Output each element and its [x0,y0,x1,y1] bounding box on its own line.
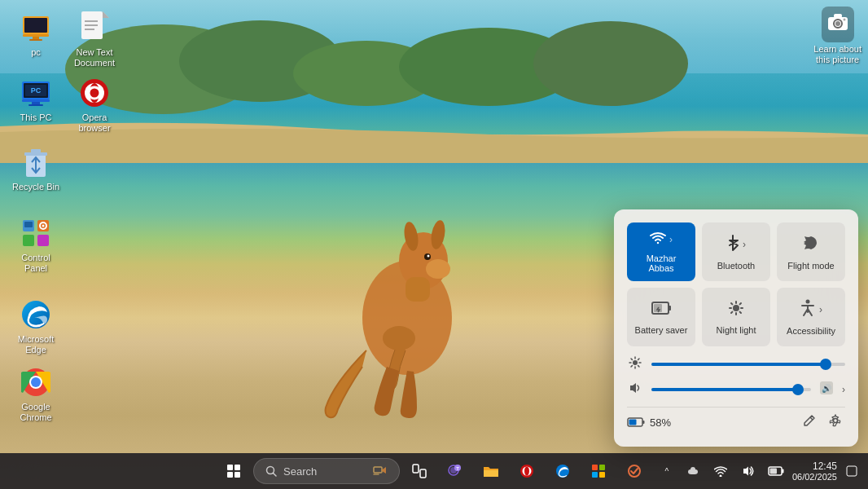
file-explorer-button[interactable] [475,455,507,487]
accessibility-arrow[interactable]: › [819,304,822,315]
desktop-icon-pc[interactable]: pc [7,8,65,61]
settings-btn[interactable] [826,411,845,434]
control-panel-icon [20,217,52,249]
bluetooth-label: Bluetooth [717,261,755,271]
volume-chevron[interactable]: › [842,384,845,395]
qs-tile-bluetooth[interactable]: › Bluetooth [702,222,770,281]
show-hidden-icons-btn[interactable]: ^ [657,455,677,487]
taskbar-center: Search [217,455,651,487]
svg-line-69 [731,311,732,312]
svg-rect-88 [235,465,240,470]
svg-line-78 [638,359,639,359]
accessibility-label: Accessibility [787,326,835,336]
svg-point-55 [835,21,840,26]
taskbar-right: ^ [657,455,861,487]
qs-tile-wifi[interactable]: › Mazhar Abbas [627,222,695,281]
svg-line-85 [810,417,813,420]
svg-text:PC: PC [31,86,42,95]
this-pc-icon: PC [20,77,52,109]
edge-label: Microsoft Edge [18,334,55,355]
new-text-doc-label: New Text Document [74,47,115,68]
brightness-slider-row [627,356,845,372]
chrome-icon [20,366,52,399]
desktop-icon-new-text-doc[interactable]: New Text Document [65,8,124,72]
taskbar-edge-button[interactable] [546,455,579,487]
svg-rect-59 [669,306,671,311]
svg-rect-90 [235,472,240,478]
search-placeholder: Search [283,465,317,478]
bluetooth-arrow[interactable]: › [743,239,746,250]
svg-point-49 [22,301,50,328]
learn-about-label: Learn about this picture [813,44,861,65]
desktop-icon-this-pc[interactable]: PC This PC [7,73,65,126]
svg-text:T: T [456,466,459,471]
volume-extra-btn[interactable]: 🔊 [819,381,834,399]
battery-percent: 58% [650,416,671,429]
flight-label: Flight mode [787,261,834,271]
svg-rect-56 [834,14,842,18]
svg-rect-108 [592,472,598,478]
svg-point-104 [524,467,529,476]
svg-rect-46 [24,222,33,227]
svg-rect-113 [782,469,784,474]
desktop-icon-recycle-bin[interactable]: Recycle Bin [7,143,65,196]
onedrive-tray-icon[interactable] [682,455,704,487]
volume-tray-icon[interactable] [737,455,760,487]
volume-slider-row: 🔊 › [627,381,845,399]
qs-tile-battery-saver[interactable]: Battery saver [627,288,695,346]
svg-rect-89 [227,472,233,478]
svg-line-79 [631,366,632,367]
brightness-slider[interactable] [651,359,845,370]
volume-slider[interactable] [651,384,811,395]
search-bar[interactable]: Search [253,458,400,484]
battery-tray-icon[interactable] [765,455,787,487]
svg-point-61 [733,305,739,311]
qs-tile-night-light[interactable]: Night light [702,288,770,346]
svg-point-48 [42,225,45,227]
svg-point-52 [31,377,41,387]
svg-rect-106 [592,465,598,470]
svg-rect-84 [629,420,637,425]
learn-about-picture-button[interactable]: Learn about this picture [813,7,861,65]
night-light-label: Night light [717,325,756,335]
pc-icon-label: pc [31,47,41,58]
wifi-tray-icon[interactable] [709,455,732,487]
taskbar-store-button[interactable] [582,455,615,487]
taskbar-extra-button[interactable] [618,455,651,487]
desktop-icon-edge[interactable]: Microsoft Edge [7,295,65,359]
wifi-icon [650,231,666,249]
svg-rect-96 [413,465,419,473]
svg-rect-19 [33,37,39,39]
start-button[interactable] [217,455,250,487]
battery-saver-icon [651,300,671,320]
desktop-icon-chrome[interactable]: Google Chrome [7,363,65,426]
qs-tile-night-row [728,300,744,320]
notification-button[interactable] [842,455,861,487]
qs-bottom-row: 58% [627,407,845,434]
taskbar: Search [0,453,868,489]
svg-rect-93 [374,467,382,473]
desktop-icon-opera[interactable]: Opera browser [65,73,124,137]
svg-rect-114 [769,469,777,474]
svg-rect-97 [420,469,426,478]
clock-display[interactable]: 12:45 06/02/2025 [792,460,837,482]
qs-tile-accessibility[interactable]: › Accessibility [777,288,845,346]
qs-tile-accessibility-row: › [800,299,822,321]
qs-tile-flight[interactable]: Flight mode [777,222,845,281]
task-view-button[interactable] [403,455,436,487]
svg-rect-45 [37,235,49,246]
desktop-icon-control-panel[interactable]: Control Panel [7,214,65,277]
quick-settings-panel: › Mazhar Abbas › Bluetooth [614,209,858,447]
wifi-arrow[interactable]: › [669,234,673,245]
opera-label: Opera browser [78,112,110,134]
chat-button[interactable]: T [439,455,471,487]
taskbar-opera-button[interactable] [511,455,543,487]
svg-rect-115 [847,466,857,476]
qs-action-buttons [800,411,845,434]
svg-line-77 [638,366,639,367]
battery-status: 58% [627,416,671,429]
svg-rect-40 [31,149,41,153]
svg-rect-83 [642,421,645,424]
edit-quick-settings-btn[interactable] [800,411,819,434]
clock-time: 12:45 [792,460,837,472]
